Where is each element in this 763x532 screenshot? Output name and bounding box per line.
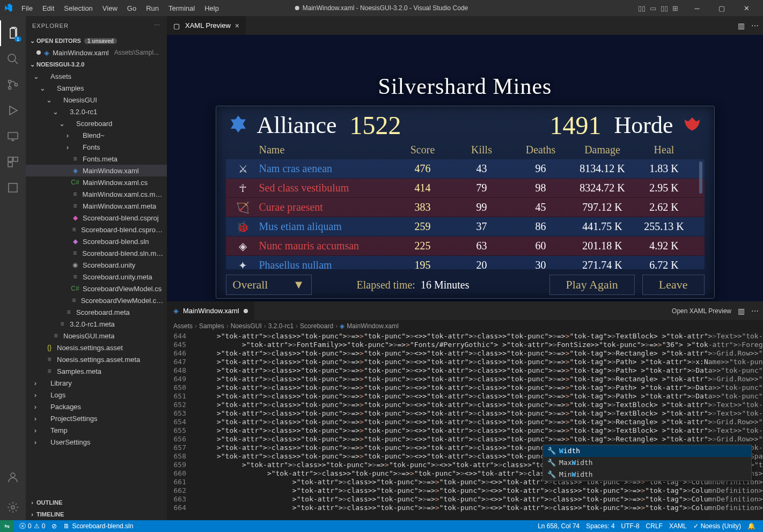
language-mode[interactable]: XAML (666, 520, 690, 532)
menu-edit[interactable]: Edit (38, 2, 58, 14)
breadcrumb-segment[interactable]: Scoreboard (300, 322, 333, 330)
encoding[interactable]: UTF-8 (618, 520, 643, 532)
indentation[interactable]: Spaces: 4 (583, 520, 618, 532)
folder-item[interactable]: ›UserSettings (26, 436, 167, 448)
file-item[interactable]: ≡Scoreboard.meta (26, 306, 167, 318)
maximize-button[interactable]: ▢ (709, 0, 734, 16)
close-tab-icon[interactable]: × (235, 21, 239, 30)
eol[interactable]: CRLF (643, 520, 666, 532)
folder-item[interactable]: ›Library (26, 377, 167, 389)
open-editor-item[interactable]: ◈ MainWindow.xaml Assets\Sampl... (26, 47, 167, 58)
tab-mainwindow[interactable]: ◈ MainWindow.xaml (167, 301, 255, 320)
notifications-icon[interactable]: 🔔 (744, 520, 759, 532)
intellisense-item[interactable]: 🔧MaxWidth (543, 457, 751, 469)
menu-file[interactable]: File (17, 2, 37, 14)
menu-help[interactable]: Help (200, 2, 223, 14)
file-item[interactable]: ≡NoesisGUI.meta (26, 330, 167, 342)
code-body[interactable]: 6446456466476486496506516526536546556566… (167, 332, 763, 520)
file-item[interactable]: ≡Scoreboard-blend.csproj.meta (26, 224, 167, 235)
folder-item[interactable]: ›Logs (26, 389, 167, 401)
timeline-header[interactable]: ›TIMELINE (26, 508, 167, 520)
breadcrumb-segment[interactable]: Samples (199, 322, 224, 330)
problems-indicator[interactable]: ⓧ 0 ⚠ 0 (16, 520, 48, 532)
breadcrumb-segment[interactable]: Assets (173, 322, 193, 330)
minimize-button[interactable]: ─ (685, 0, 709, 16)
editor-more-icon[interactable]: ⋯ (751, 307, 759, 315)
solution-indicator[interactable]: 🗎 Scoreboard-blend.sln (60, 520, 136, 532)
folder-item[interactable]: ⌄NoesisGUI (26, 94, 167, 106)
remote-explorer-icon[interactable] (0, 123, 26, 149)
menu-go[interactable]: Go (123, 2, 141, 14)
file-item[interactable]: ≡3.2.0-rc1.meta (26, 318, 167, 330)
menu-run[interactable]: Run (142, 2, 163, 14)
layout-sidebar-right-icon[interactable]: ▯▯ (661, 4, 668, 12)
file-item[interactable]: ≡Scoreboard.unity.meta (26, 271, 167, 283)
code-lines[interactable]: >"tok-attr">>class>>"tok-punc">>=>>"tok-… (192, 332, 763, 520)
file-item[interactable]: ≡MainWindow.xaml.cs.meta (26, 188, 167, 200)
layout-panel-icon[interactable]: ▭ (650, 4, 656, 12)
file-item[interactable]: ≡Scoreboard-blend.sln.meta (26, 247, 167, 259)
folder-item[interactable]: ›ProjectSettings (26, 412, 167, 424)
file-item[interactable]: ≡ScoreboardViewModel.cs.meta (26, 294, 167, 306)
noesis-icon[interactable] (0, 175, 26, 201)
intellisense-popup[interactable]: 🔧Width🔧MaxWidth🔧MinWidth (542, 445, 752, 481)
accounts-icon[interactable] (0, 464, 26, 490)
outline-header[interactable]: ›OUTLINE (26, 497, 167, 508)
menu-selection[interactable]: Selection (60, 2, 97, 14)
editor-more-icon[interactable]: ⋯ (751, 21, 759, 30)
filter-dropdown[interactable]: Overall ▼ (226, 275, 312, 295)
play-again-button[interactable]: Play Again (549, 275, 635, 295)
ports-indicator[interactable]: ⊘ (48, 520, 60, 532)
file-item[interactable]: C#ScoreboardViewModel.cs (26, 283, 167, 294)
editor-split-icon[interactable]: ▥ (738, 307, 745, 315)
breadcrumb-segment[interactable]: MainWindow.xaml (347, 322, 399, 330)
search-icon[interactable] (0, 46, 26, 72)
file-item[interactable]: ≡Fonts.meta (26, 153, 167, 165)
breadcrumb[interactable]: Assets›Samples›NoesisGUI›3.2.0-rc1›Score… (167, 320, 763, 332)
intellisense-item[interactable]: 🔧Width (543, 445, 751, 457)
file-item[interactable]: ◆Scoreboard-blend.sln (26, 235, 167, 247)
folder-item[interactable]: ⌄3.2.0-rc1 (26, 106, 167, 117)
layout-custom-icon[interactable]: ⊞ (672, 4, 678, 12)
file-item[interactable]: ◉Scoreboard.unity (26, 259, 167, 271)
file-item[interactable]: ◆Scoreboard-blend.csproj (26, 212, 167, 224)
file-item[interactable]: C#MainWindow.xaml.cs (26, 176, 167, 188)
folder-item[interactable]: ⌄Scoreboard (26, 117, 167, 129)
open-xaml-preview-button[interactable]: Open XAML Preview (672, 307, 731, 315)
file-item[interactable]: ◈MainWindow.xaml (26, 165, 167, 176)
file-item[interactable]: {}Noesis.settings.asset (26, 342, 167, 353)
leave-button[interactable]: Leave (642, 275, 705, 295)
editor-split-icon[interactable]: ▥ (738, 21, 745, 30)
settings-gear-icon[interactable] (0, 494, 26, 520)
folder-item[interactable]: ›Fonts (26, 141, 167, 153)
breadcrumb-segment[interactable]: NoesisGUI (231, 322, 262, 330)
folder-item[interactable]: ⌄Samples (26, 82, 167, 94)
noesis-status[interactable]: ✓ Noesis (Unity) (690, 520, 744, 532)
run-debug-icon[interactable] (0, 98, 26, 123)
sidebar-more-icon[interactable]: ⋯ (154, 22, 160, 29)
folder-item[interactable]: ›Temp (26, 424, 167, 436)
file-item[interactable]: ≡Noesis.settings.asset.meta (26, 353, 167, 365)
breadcrumb-segment[interactable]: 3.2.0-rc1 (268, 322, 294, 330)
project-header[interactable]: ⌄NOESISGUI-3.2.0 (26, 58, 167, 70)
table-scrollbar[interactable] (699, 161, 702, 194)
folder-icon (71, 131, 79, 139)
layout-controls[interactable]: ▯▯ ▭ ▯▯ ⊞ (638, 4, 678, 12)
layout-sidebar-left-icon[interactable]: ▯▯ (638, 4, 645, 12)
source-control-icon[interactable] (0, 72, 26, 98)
open-editors-header[interactable]: ⌄OPEN EDITORS 1 unsaved (26, 35, 167, 47)
extensions-icon[interactable] (0, 149, 26, 175)
intellisense-item[interactable]: 🔧MinWidth (543, 469, 751, 481)
tab-xaml-preview[interactable]: ▢ XAML Preview × (167, 16, 246, 35)
menu-view[interactable]: View (98, 2, 122, 14)
explorer-icon[interactable]: 1 (0, 20, 26, 46)
file-item[interactable]: ≡Samples.meta (26, 365, 167, 377)
close-window-button[interactable]: ✕ (734, 0, 759, 16)
file-item[interactable]: ≡MainWindow.xaml.meta (26, 200, 167, 212)
folder-item[interactable]: ›Packages (26, 401, 167, 412)
remote-indicator[interactable]: ⇋ (0, 520, 14, 532)
folder-item[interactable]: ⌄Assets (26, 70, 167, 82)
cursor-position[interactable]: Ln 658, Col 74 (534, 520, 583, 532)
menu-terminal[interactable]: Terminal (164, 2, 199, 14)
folder-item[interactable]: ›Blend~ (26, 129, 167, 141)
